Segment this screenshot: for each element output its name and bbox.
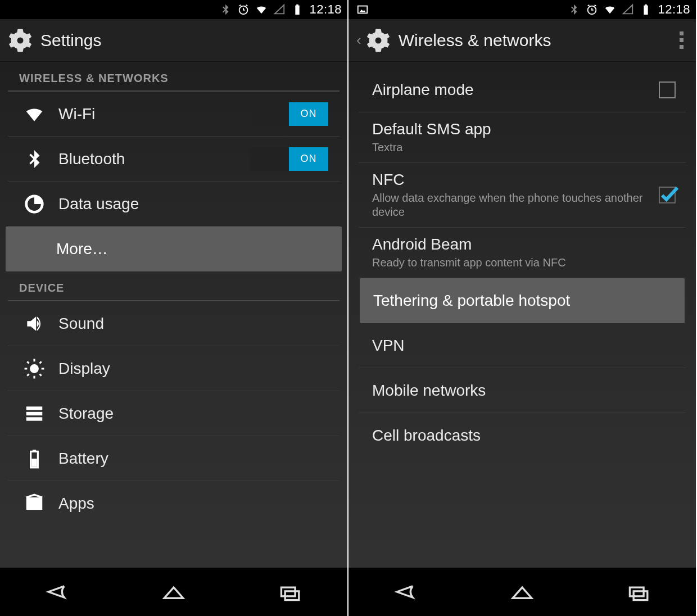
nfc-label: NFC [372,171,659,189]
mobile-networks-row[interactable]: Mobile networks [359,368,686,413]
tether-label: Tethering & portable hotspot [373,292,675,310]
overflow-menu-button[interactable] [675,27,688,53]
status-bar: 12:18 [348,0,696,19]
battery-status-icon [291,3,304,16]
battery-status-icon [640,3,652,16]
alarm-status-icon [586,3,598,16]
more-row[interactable]: More… [6,227,342,271]
svg-rect-2 [297,4,299,6]
svg-rect-10 [33,450,36,452]
data-usage-icon [24,193,45,215]
more-label: More… [56,240,331,258]
bluetooth-status-icon [219,3,232,16]
default-sms-row[interactable]: Default SMS app Textra [359,112,686,163]
airplane-checkbox[interactable] [659,81,676,98]
data-usage-label: Data usage [58,195,328,213]
display-icon [24,358,45,379]
battery-icon [24,448,45,469]
svg-rect-1 [296,6,300,15]
action-bar: Settings [0,19,347,62]
back-caret-icon[interactable]: ‹ [356,31,361,49]
svg-rect-17 [644,6,648,15]
apps-icon [24,493,45,514]
section-header-wireless: WIRELESS & NETWORKS [8,62,340,92]
settings-gear-icon[interactable] [366,28,391,53]
nfc-checkbox[interactable] [659,187,676,203]
action-bar: ‹ Wireless & networks [348,19,696,62]
wifi-status-icon [604,3,616,16]
beam-sub: Ready to transmit app content via NFC [372,256,676,270]
storage-row[interactable]: Storage [8,391,340,436]
status-time: 12:18 [658,2,690,17]
section-header-device: DEVICE [8,271,340,301]
bluetooth-icon [24,148,45,170]
status-time: 12:18 [309,2,342,17]
display-label: Display [58,360,328,378]
wifi-toggle[interactable]: ON [250,102,328,126]
svg-rect-6 [26,406,43,410]
svg-rect-18 [645,4,648,6]
vpn-label: VPN [372,337,676,355]
page-title: Wireless & networks [399,31,551,50]
battery-label: Battery [58,450,328,468]
data-usage-row[interactable]: Data usage [8,182,340,227]
vpn-row[interactable]: VPN [359,323,686,368]
nav-bar [348,568,696,616]
airplane-label: Airplane mode [372,81,659,99]
cell-label: Cell broadcasts [372,427,676,445]
svg-rect-7 [26,411,43,415]
bluetooth-status-icon [568,3,580,16]
phone-settings-main: 12:18 Settings WIRELESS & NETWORKS Wi-Fi… [0,0,348,616]
bluetooth-row[interactable]: Bluetooth ON [8,137,340,182]
nav-bar [0,568,347,616]
tethering-row[interactable]: Tethering & portable hotspot [360,278,685,323]
sms-sub: Textra [372,141,676,155]
nav-back-button[interactable] [391,581,422,603]
signal-status-icon [622,3,634,16]
android-beam-row[interactable]: Android Beam Ready to transmit app conte… [359,228,686,278]
apps-row[interactable]: Apps [8,481,340,526]
status-bar: 12:18 [0,0,347,19]
signal-status-icon [273,3,286,16]
display-row[interactable]: Display [8,346,340,391]
bluetooth-toggle-state: ON [289,147,328,171]
svg-rect-11 [31,459,37,466]
nav-recent-button[interactable] [274,581,305,603]
nfc-row[interactable]: NFC Allow data exchange when the phone t… [359,163,686,228]
sound-icon [24,313,45,334]
sound-row[interactable]: Sound [8,301,340,346]
cell-broadcasts-row[interactable]: Cell broadcasts [359,413,686,458]
svg-rect-8 [26,417,43,420]
picture-status-icon [356,3,369,16]
beam-label: Android Beam [372,235,676,253]
svg-point-5 [30,364,39,373]
nav-home-button[interactable] [158,581,189,603]
svg-point-19 [375,37,381,43]
wifi-status-icon [255,3,268,16]
wifi-toggle-state: ON [289,102,328,126]
apps-label: Apps [58,495,328,513]
mobile-label: Mobile networks [372,382,676,400]
nav-back-button[interactable] [42,581,74,603]
airplane-mode-row[interactable]: Airplane mode [359,67,686,112]
bluetooth-label: Bluetooth [58,150,250,168]
storage-icon [24,403,45,424]
svg-point-3 [17,37,24,43]
page-title: Settings [40,31,101,50]
settings-gear-icon [8,28,33,53]
wifi-label: Wi-Fi [58,105,250,123]
wifi-row[interactable]: Wi-Fi ON [8,92,340,137]
alarm-status-icon [237,3,250,16]
nav-recent-button[interactable] [622,581,654,603]
settings-content: WIRELESS & NETWORKS Wi-Fi ON Bluetooth O… [0,62,347,568]
svg-rect-12 [26,497,43,510]
nav-home-button[interactable] [506,581,538,603]
phone-wireless-networks: 12:18 ‹ Wireless & networks Airplane mod… [348,0,697,616]
nfc-sub: Allow data exchange when the phone touch… [372,191,659,219]
sms-label: Default SMS app [372,120,676,138]
battery-row[interactable]: Battery [8,436,340,481]
bluetooth-toggle[interactable]: ON [250,147,328,171]
sound-label: Sound [58,315,328,333]
wireless-content: Airplane mode Default SMS app Textra NFC… [348,62,696,568]
wifi-icon [24,103,45,125]
